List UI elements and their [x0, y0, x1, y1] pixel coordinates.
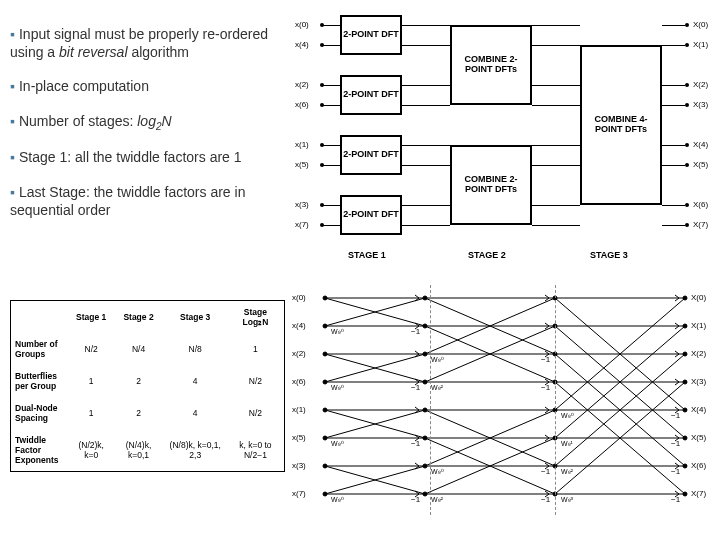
output-label: X(7) — [693, 220, 708, 229]
output-label: X(2) — [693, 80, 708, 89]
minus1-label: −1 — [541, 495, 550, 504]
stage-table: Stage 1 Stage 2 Stage 3 Stage Log₂N Numb… — [10, 300, 285, 472]
input-label: x(6) — [292, 377, 306, 386]
minus1-label: −1 — [671, 467, 680, 476]
input-label: x(1) — [295, 140, 309, 149]
output-label: X(5) — [691, 433, 706, 442]
output-label: X(7) — [691, 489, 706, 498]
twiddle-label: W₈² — [561, 468, 573, 476]
stage-label: STAGE 2 — [468, 250, 506, 260]
table-row: Butterflies per Group 124N/2 — [11, 365, 284, 397]
twiddle-label: W₈⁰ — [331, 496, 344, 504]
input-label: x(1) — [292, 405, 306, 414]
bullet-stage1: ▪Stage 1: all the twiddle factors are 1 — [10, 148, 285, 166]
output-label: X(0) — [691, 293, 706, 302]
input-label: x(5) — [295, 160, 309, 169]
output-label: X(2) — [691, 349, 706, 358]
twiddle-label: W₈³ — [561, 496, 573, 504]
fft-block-diagram: /* generated below */ x(0)X(0)x(4)X(1)x(… — [290, 5, 715, 270]
table-row: Number of Groups N/2N/4N/81 — [11, 333, 284, 365]
input-label: x(6) — [295, 100, 309, 109]
fft-butterfly-diagram: x(0)X(0)x(4)X(1)x(2)X(2)x(6)X(3)x(1)X(4)… — [290, 280, 715, 535]
input-label: x(2) — [292, 349, 306, 358]
combine4-box: COMBINE 4-POINT DFTs — [580, 45, 662, 205]
minus1-label: −1 — [541, 383, 550, 392]
output-label: X(0) — [693, 20, 708, 29]
twiddle-label: W₈² — [431, 496, 443, 504]
input-label: x(3) — [295, 200, 309, 209]
minus1-label: −1 — [411, 495, 420, 504]
table-header-row: Stage 1 Stage 2 Stage 3 Stage Log₂N — [11, 301, 284, 333]
output-label: X(6) — [693, 200, 708, 209]
minus1-label: −1 — [541, 355, 550, 364]
twiddle-label: W₈⁰ — [431, 356, 444, 364]
dft2-box: 2-POINT DFT — [340, 135, 402, 175]
twiddle-label: W₈⁰ — [431, 468, 444, 476]
input-label: x(0) — [292, 293, 306, 302]
output-label: X(1) — [691, 321, 706, 330]
minus1-label: −1 — [671, 439, 680, 448]
output-label: X(4) — [691, 405, 706, 414]
input-label: x(2) — [295, 80, 309, 89]
input-label: x(3) — [292, 461, 306, 470]
output-label: X(1) — [693, 40, 708, 49]
output-label: X(6) — [691, 461, 706, 470]
dft2-box: 2-POINT DFT — [340, 195, 402, 235]
minus1-label: −1 — [411, 383, 420, 392]
output-label: X(4) — [693, 140, 708, 149]
stage-label: STAGE 1 — [348, 250, 386, 260]
minus1-label: −1 — [541, 467, 550, 476]
twiddle-label: W₈¹ — [561, 440, 573, 448]
twiddle-label: W₈⁰ — [561, 412, 574, 420]
input-label: x(7) — [295, 220, 309, 229]
twiddle-label: W₈⁰ — [331, 384, 344, 392]
input-label: x(4) — [292, 321, 306, 330]
bullet-inplace: ▪In-place computation — [10, 77, 285, 95]
input-label: x(4) — [295, 40, 309, 49]
output-label: X(3) — [693, 100, 708, 109]
twiddle-label: W₈² — [431, 384, 443, 392]
table-row: Dual-Node Spacing 124N/2 — [11, 397, 284, 429]
bullet-bit-reversal: ▪Input signal must be properly re-ordere… — [10, 25, 285, 61]
combine2-box: COMBINE 2-POINT DFTs — [450, 25, 532, 105]
combine2-box: COMBINE 2-POINT DFTs — [450, 145, 532, 225]
minus1-label: −1 — [671, 495, 680, 504]
minus1-label: −1 — [411, 327, 420, 336]
input-label: x(5) — [292, 433, 306, 442]
minus1-label: −1 — [411, 439, 420, 448]
input-label: x(0) — [295, 20, 309, 29]
output-label: X(5) — [693, 160, 708, 169]
dft2-box: 2-POINT DFT — [340, 15, 402, 55]
table-row: Twiddle Factor Exponents (N/2)k, k=0(N/4… — [11, 429, 284, 471]
dft2-box: 2-POINT DFT — [340, 75, 402, 115]
output-label: X(3) — [691, 377, 706, 386]
stage-label: STAGE 3 — [590, 250, 628, 260]
minus1-label: −1 — [671, 411, 680, 420]
twiddle-label: W₈⁰ — [331, 440, 344, 448]
input-label: x(7) — [292, 489, 306, 498]
twiddle-label: W₈⁰ — [331, 328, 344, 336]
bullet-stages: ▪Number of stages: log2N — [10, 112, 285, 133]
bullet-last-stage: ▪Last Stage: the twiddle factors are in … — [10, 183, 285, 219]
